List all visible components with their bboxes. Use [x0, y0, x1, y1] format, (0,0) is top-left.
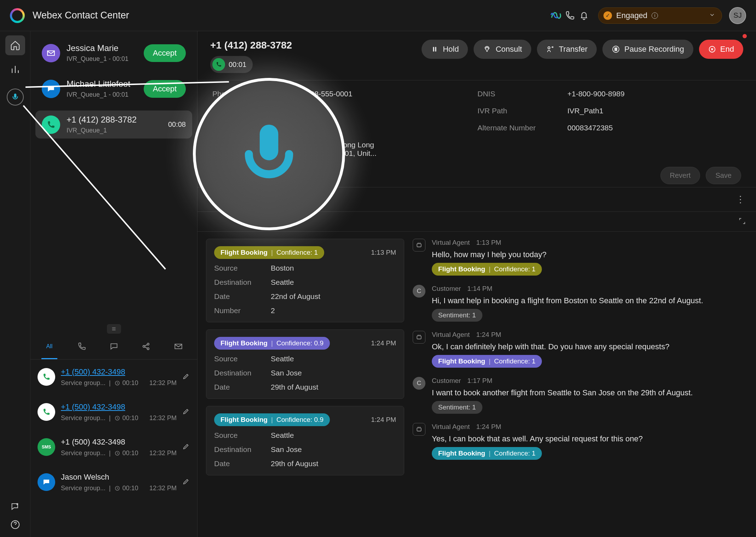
consult-button[interactable]: Consult — [474, 40, 531, 59]
card-time: 1:24 PM — [371, 416, 396, 424]
msg-text: Yes, I can book that as well. Any specia… — [432, 434, 643, 443]
history-meta: Service group...| 00:10 12:32 PM — [61, 414, 177, 422]
msg-badge: Sentiment: 1 — [432, 401, 482, 414]
detail-value: +1-800-900-8989 — [567, 90, 741, 98]
bot-icon — [413, 239, 425, 251]
save-button[interactable]: Save — [706, 167, 741, 184]
intent-cards: Flight Booking|Confidence: 1 1:13 PM Sou… — [206, 239, 404, 530]
info-icon: i — [652, 12, 658, 19]
card-key: Destination — [214, 445, 271, 454]
tab-all[interactable]: All — [33, 334, 65, 359]
svg-rect-21 — [417, 428, 421, 431]
card-val: 22nd of August — [271, 292, 396, 301]
queue-item-sub: IVR_Queue_1 - 00:01 — [67, 91, 137, 98]
phone-icon — [38, 368, 55, 386]
pause-recording-button[interactable]: Pause Recording — [602, 40, 693, 59]
revert-button[interactable]: Revert — [660, 167, 700, 184]
svg-rect-15 — [615, 48, 615, 51]
history-row[interactable]: +1 (500) 432-3498 Service group...| 00:1… — [30, 395, 197, 430]
card-time: 1:24 PM — [371, 339, 396, 347]
history-phone[interactable]: +1 (500) 432-3498 — [61, 367, 177, 377]
tab-calls[interactable] — [65, 334, 98, 359]
history-meta: Service group...| 00:10 12:32 PM — [61, 450, 177, 457]
expand-icon[interactable] — [738, 217, 746, 226]
msg-badge: Flight Booking|Confidence: 1 — [432, 355, 542, 368]
call-timer-value: 00:01 — [229, 61, 246, 69]
mic-button[interactable] — [7, 89, 24, 106]
history-phone[interactable]: +1 (500) 432-3498 — [61, 402, 177, 412]
edit-icon[interactable] — [182, 407, 190, 417]
hold-button[interactable]: Hold — [422, 40, 468, 59]
msg-who: Virtual Agent — [432, 331, 470, 339]
detail-value: IVR_Path1 — [567, 107, 741, 115]
svg-point-13 — [548, 47, 550, 49]
queue-list: Jessica Marie IVR_Queue_1 - 00:01 Accept… — [30, 31, 197, 146]
queue-item-sub: IVR_Queue_1 - 00:01 — [67, 55, 137, 63]
mic-magnifier-overlay — [193, 78, 345, 230]
queue-item-active[interactable]: +1 (412) 288-3782 IVR_Queue_1 00:08 — [35, 111, 192, 139]
history-row[interactable]: Jason Welsch Service group...| 00:10 12:… — [30, 465, 197, 500]
card-key: Destination — [214, 278, 271, 287]
msg-text: Hi, I want help in booking a flight from… — [432, 296, 703, 305]
edit-icon[interactable] — [182, 442, 190, 452]
card-val: 2 — [271, 306, 396, 315]
webex-icon[interactable] — [549, 9, 563, 23]
tab-chat[interactable] — [98, 334, 130, 359]
customer-icon: C — [413, 377, 425, 390]
chat-icon — [38, 473, 55, 491]
card-key: Date — [214, 383, 271, 391]
agent-status[interactable]: ✓ Engaged i — [598, 7, 722, 24]
chevron-down-icon — [709, 12, 715, 19]
user-avatar[interactable]: SJ — [729, 7, 746, 24]
intent-card: Flight Booking|Confidence: 1 1:13 PM Sou… — [206, 239, 404, 322]
svg-rect-19 — [417, 244, 421, 247]
queue-item[interactable]: Michael Littlefoot IVR_Queue_1 - 00:01 A… — [35, 75, 192, 103]
msg-badge: Flight Booking|Confidence: 1 — [432, 263, 542, 276]
tab-email[interactable] — [162, 334, 194, 359]
queue-item-name: Jessica Marie — [67, 43, 137, 53]
history-row[interactable]: +1 (500) 432-3498 Service group...| 00:1… — [30, 360, 197, 395]
nav-home[interactable] — [5, 35, 25, 55]
msg-time: 1:24 PM — [476, 423, 501, 431]
dial-icon[interactable] — [563, 9, 577, 23]
sms-icon: SMS — [38, 438, 55, 456]
detail-label: Alternate Number — [477, 124, 559, 132]
queue-item[interactable]: Jessica Marie IVR_Queue_1 - 00:01 Accept — [35, 39, 192, 67]
detail-label: DNIS — [477, 90, 559, 98]
card-val: Boston — [271, 264, 396, 272]
bot-icon — [413, 423, 425, 436]
transfer-button[interactable]: Transfer — [537, 40, 597, 59]
msg-text: Ok, I can definitely help with that. Do … — [432, 342, 669, 351]
card-val: San Jose — [271, 369, 396, 377]
intent-badge: Flight Booking|Confidence: 0.9 — [214, 337, 330, 350]
card-key: Number — [214, 306, 271, 315]
history-phone: Jason Welsch — [61, 473, 177, 482]
card-val: 29th of August — [271, 383, 396, 391]
nav-help-icon[interactable] — [10, 519, 21, 531]
end-button[interactable]: End — [699, 40, 743, 59]
card-key: Date — [214, 292, 271, 301]
transcript-message: Virtual Agent1:24 PM Yes, I can book tha… — [413, 423, 745, 460]
bell-icon[interactable] — [577, 9, 591, 23]
transcript: Virtual Agent1:13 PM Hello, how may I he… — [413, 239, 748, 530]
accept-button[interactable]: Accept — [144, 44, 186, 62]
svg-point-12 — [486, 47, 488, 50]
history-phone: +1 (500) 432-3498 — [61, 437, 177, 447]
intent-card: Flight Booking|Confidence: 0.9 1:24 PM S… — [206, 329, 404, 399]
mail-icon — [42, 44, 60, 62]
more-icon[interactable]: ⋮ — [736, 194, 746, 205]
tab-social[interactable] — [130, 334, 162, 359]
edit-icon[interactable] — [182, 372, 190, 381]
nav-analytics[interactable] — [5, 60, 25, 79]
history-tabs: All — [30, 334, 197, 360]
resize-grip-icon[interactable]: ≡ — [107, 324, 121, 334]
history-row[interactable]: SMS +1 (500) 432-3498 Service group...| … — [30, 430, 197, 465]
msg-badge: Sentiment: 1 — [432, 309, 482, 322]
history-meta: Service group...| 00:10 12:32 PM — [61, 379, 177, 387]
msg-time: 1:24 PM — [476, 331, 501, 339]
status-label: Engaged — [616, 11, 647, 20]
nav-feedback-icon[interactable] — [10, 502, 20, 513]
edit-icon[interactable] — [182, 477, 190, 487]
msg-who: Customer — [432, 285, 461, 293]
app-logo-icon — [10, 8, 25, 23]
